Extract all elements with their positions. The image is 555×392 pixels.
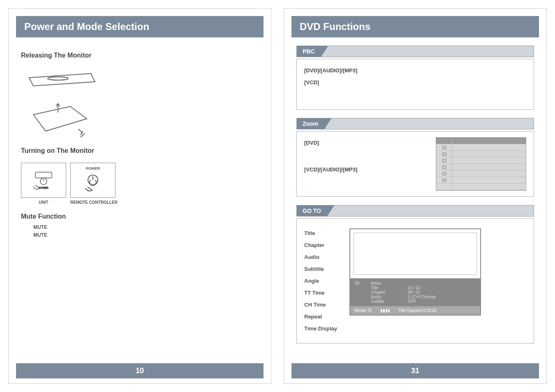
goto-tag-box: GO TO	[296, 205, 534, 217]
osd-info: Menu Title Chapter Audio Subtitle 01 / 0…	[350, 279, 480, 306]
pbc-tag-box: PBC	[296, 46, 534, 57]
zoom-line2: [VCD]/[AUDIO]/[MP3]	[304, 166, 357, 173]
zoom-tag: Zoom	[297, 118, 324, 129]
goto-audio: Audio	[304, 254, 337, 260]
page-left: Power and Mode Selection Releasing The M…	[8, 8, 271, 384]
goto-repeat: Repeat	[304, 314, 337, 320]
mute-label-1: MUTE	[33, 224, 259, 230]
remote-label: REMOTE CONTROLLER	[70, 200, 118, 205]
unit-button-box: POWER UNIT	[21, 163, 66, 205]
osd-bottom: Bitrate 31 ▮▮▮▮ Title Elapsed 0:20:02	[350, 306, 480, 315]
page-number-right: 31	[291, 363, 539, 378]
osd-screen	[350, 229, 480, 279]
osd-row-chapter-v: 08 / 51	[408, 290, 476, 295]
svg-rect-10	[443, 159, 446, 162]
svg-rect-12	[443, 173, 446, 175]
goto-title: Title	[304, 230, 337, 236]
goto-labels: Title Chapter Audio Subtitle Angle TT Ti…	[304, 224, 337, 337]
goto-tttime: TT Time	[304, 290, 337, 296]
content-right: PBC [DVD]/[AUDIO]/[MP3] [VCD] Zoom [DVD]…	[284, 37, 546, 363]
osd-row-audio-v: 5.1CH Chinese	[408, 295, 476, 299]
pbc-line2: [VCD]	[304, 79, 526, 85]
osd-bitrate: Bitrate 31	[354, 308, 372, 313]
zoom-line1: [DVD]	[304, 140, 357, 146]
goto-subtitle: Subtitle	[304, 266, 337, 272]
goto-angle: Angle	[304, 278, 337, 284]
zoom-tag-box: Zoom	[296, 118, 534, 129]
pbc-tag: PBC	[297, 46, 321, 57]
monitor-illustration	[21, 65, 259, 141]
svg-text:POWER: POWER	[39, 187, 49, 189]
osd-row-audio-k: Audio	[371, 295, 400, 299]
disc-icon	[354, 281, 360, 285]
remote-button-box: POWER REMOTE CONTROLLER	[70, 163, 118, 205]
goto-box: Title Chapter Audio Subtitle Angle TT Ti…	[296, 218, 534, 344]
svg-point-14	[355, 281, 360, 285]
osd-row-subtitle-v: OFF	[408, 299, 476, 304]
osd-elapsed: Title Elapsed 0:20:02	[398, 308, 437, 313]
heading-releasing: Releasing The Monitor	[21, 52, 259, 59]
osd-row-subtitle-k: Subtitle	[371, 299, 400, 304]
mute-label-2: MUTE	[33, 232, 259, 238]
pbc-box: [DVD]/[AUDIO]/[MP3] [VCD]	[296, 59, 534, 110]
svg-rect-11	[443, 166, 446, 168]
svg-rect-13	[443, 179, 446, 182]
osd-row-title-v: 01 / 02	[408, 286, 476, 290]
heading-mute: Mute Function	[21, 213, 259, 220]
osd-row-title-k: Title	[371, 286, 400, 290]
svg-rect-9	[443, 153, 446, 155]
goto-timedisplay: Time Display	[304, 325, 337, 332]
unit-label: UNIT	[21, 200, 66, 205]
svg-point-15	[356, 283, 358, 284]
svg-rect-2	[35, 172, 52, 178]
button-illustrations: POWER UNIT POWER	[21, 163, 259, 205]
page-right: DVD Functions PBC [DVD]/[AUDIO]/[MP3] [V…	[284, 8, 547, 384]
goto-tag: GO TO	[297, 205, 327, 216]
zoom-table	[436, 137, 526, 191]
svg-rect-8	[443, 146, 446, 149]
zoom-box: [DVD] [VCD]/[AUDIO]/[MP3]	[296, 131, 534, 197]
osd-box: Menu Title Chapter Audio Subtitle 01 / 0…	[349, 228, 481, 316]
title-bar-left: Power and Mode Selection	[16, 16, 264, 37]
osd-row-chapter-k: Chapter	[371, 290, 400, 295]
osd-menu: Menu	[371, 281, 400, 286]
content-left: Releasing The Monitor Turning on The Mon…	[9, 37, 271, 363]
title-bar-right: DVD Functions	[291, 16, 539, 37]
power-label: POWER	[86, 166, 100, 171]
heading-turning-on: Turning on The Monitor	[21, 147, 259, 154]
svg-point-0	[48, 77, 68, 80]
goto-chapter: Chapter	[304, 242, 337, 248]
pbc-line1: [DVD]/[AUDIO]/[MP3]	[304, 67, 526, 74]
goto-chtime: CH Time	[304, 302, 337, 308]
page-number-left: 10	[16, 363, 264, 378]
bitrate-bars-icon: ▮▮▮▮	[380, 308, 390, 313]
